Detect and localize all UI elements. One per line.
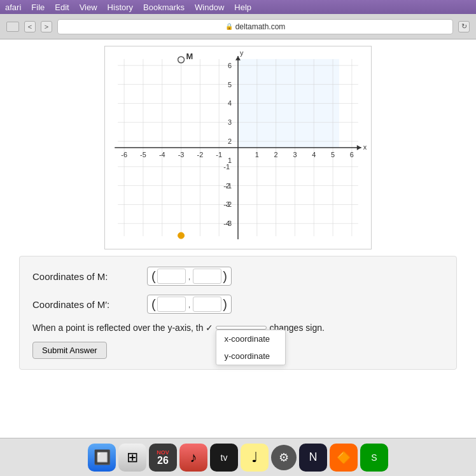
forward-button[interactable]: >	[41, 21, 52, 32]
extra2-icon: 🔶	[337, 451, 351, 465]
dock-launchpad[interactable]: ⊞	[118, 444, 146, 472]
tab-icon	[6, 22, 19, 32]
dock: 🔲 ⊞ NOV 26 ♪ tv ♩ ⚙ N 🔶 S	[0, 438, 476, 476]
svg-text:5: 5	[228, 81, 232, 88]
calendar-day-icon: 26	[157, 456, 169, 466]
menu-history[interactable]: History	[108, 3, 133, 12]
svg-text:-1: -1	[223, 163, 230, 171]
dock-extra2[interactable]: 🔶	[330, 444, 358, 472]
svg-text:-2: -2	[223, 182, 230, 190]
extra3-icon: S	[371, 452, 377, 463]
svg-point-56	[178, 232, 185, 239]
graph-area[interactable]: -6 -5 -4 -3 -2 -1 1 2 3 4 5 6 x 6 5 4 3 …	[104, 46, 372, 249]
menu-file[interactable]: File	[31, 3, 45, 12]
coord-Mp-row: Coordinates of M′: ( , )	[32, 295, 444, 314]
dock-notes[interactable]: ♩	[241, 444, 269, 472]
svg-text:-5: -5	[140, 151, 146, 158]
music-icon: ♪	[190, 449, 197, 466]
menu-window[interactable]: Window	[195, 3, 224, 12]
dock-extra1[interactable]: N	[299, 444, 327, 472]
dropdown-y-coordinate[interactable]: y-coordinate	[216, 347, 285, 365]
menu-edit[interactable]: Edit	[55, 3, 69, 12]
coordinate-dropdown-container: x-coordinate y-coordinate	[216, 326, 267, 330]
menu-bookmarks[interactable]: Bookmarks	[143, 3, 185, 12]
url-text: deltamath.com	[235, 22, 286, 31]
svg-text:y: y	[240, 49, 244, 57]
svg-text:6: 6	[228, 62, 232, 69]
graph-container: -6 -5 -4 -3 -2 -1 1 2 3 4 5 6 x 6 5 4 3 …	[6, 46, 470, 249]
svg-text:-1: -1	[216, 151, 222, 158]
lock-icon: 🔒	[225, 23, 233, 30]
svg-text:-4: -4	[223, 220, 230, 227]
svg-text:-3: -3	[223, 200, 230, 208]
dock-music[interactable]: ♪	[179, 444, 207, 472]
close-paren-M: )	[223, 270, 227, 283]
close-paren-Mp: )	[223, 298, 227, 311]
svg-text:x: x	[363, 143, 367, 151]
dock-calendar[interactable]: NOV 26	[149, 444, 177, 472]
coord-Mp-x-input[interactable]	[157, 297, 186, 312]
dropdown-x-coordinate[interactable]: x-coordinate	[216, 330, 285, 347]
svg-text:-6: -6	[121, 151, 127, 158]
menu-view[interactable]: View	[80, 3, 97, 12]
main-content: -6 -5 -4 -3 -2 -1 1 2 3 4 5 6 x 6 5 4 3 …	[0, 39, 476, 476]
svg-text:6: 6	[350, 151, 354, 158]
open-paren-Mp: (	[151, 298, 156, 311]
form-area: Coordinates of M: ( , ) Coordinates of M…	[19, 256, 457, 370]
calendar-month-icon: NOV	[157, 449, 169, 456]
browser-toolbar: < > 🔒 deltamath.com ↻	[0, 14, 476, 39]
appletv-icon: tv	[221, 452, 228, 463]
dock-finder[interactable]: 🔲	[88, 444, 116, 472]
system-icon: ⚙	[279, 451, 289, 465]
checkmark-icon: ✓	[206, 323, 213, 333]
coord-Mp-label: Coordinates of M′:	[32, 299, 147, 310]
svg-text:2: 2	[228, 137, 232, 145]
address-bar[interactable]: 🔒 deltamath.com	[57, 19, 453, 34]
coord-M-row: Coordinates of M: ( , )	[32, 267, 444, 286]
coord-M-inputs: ( , )	[147, 267, 232, 286]
extra1-icon: N	[309, 451, 318, 464]
text-part1: When a point is reflected over the y-axi…	[32, 323, 203, 333]
menu-help[interactable]: Help	[234, 3, 251, 12]
svg-text:M: M	[186, 52, 193, 61]
back-button[interactable]: <	[24, 21, 36, 32]
dock-appletv[interactable]: tv	[210, 444, 238, 472]
reflection-text-row: When a point is reflected over the y-axi…	[32, 323, 444, 333]
coord-Mp-y-input[interactable]	[193, 297, 221, 312]
refresh-button[interactable]: ↻	[458, 21, 470, 32]
svg-text:-3: -3	[178, 151, 185, 158]
menu-safari[interactable]: afari	[5, 3, 21, 12]
open-paren-M: (	[151, 270, 156, 283]
comma-Mp: ,	[188, 300, 191, 309]
finder-icon: 🔲	[94, 449, 111, 466]
coord-M-y-input[interactable]	[193, 269, 221, 284]
svg-text:1: 1	[255, 151, 259, 158]
submit-answer-button[interactable]: Submit Answer	[32, 342, 107, 359]
svg-text:4: 4	[312, 151, 316, 158]
svg-text:-4: -4	[159, 151, 165, 158]
svg-text:4: 4	[228, 99, 232, 107]
launchpad-icon: ⊞	[127, 449, 138, 466]
notes-icon: ♩	[251, 449, 258, 466]
svg-text:2: 2	[274, 151, 278, 158]
svg-text:-2: -2	[197, 151, 204, 158]
svg-text:5: 5	[331, 151, 335, 158]
svg-text:3: 3	[293, 151, 297, 158]
dock-extra3[interactable]: S	[360, 444, 388, 472]
menu-bar: afari File Edit View History Bookmarks W…	[0, 0, 476, 14]
coord-M-label: Coordinates of M:	[32, 271, 147, 282]
coord-M-x-input[interactable]	[157, 269, 186, 284]
coord-Mp-inputs: ( , )	[147, 295, 232, 314]
dock-system[interactable]: ⚙	[271, 445, 297, 470]
dropdown-menu: x-coordinate y-coordinate	[216, 330, 286, 365]
svg-text:3: 3	[228, 118, 232, 126]
comma-M: ,	[188, 272, 191, 281]
